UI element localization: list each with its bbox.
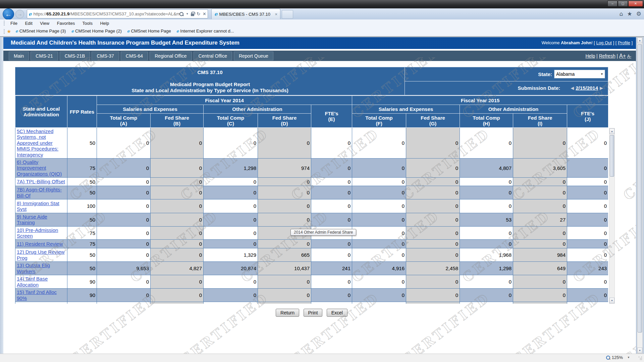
value-cell[interactable]: 0 [311, 186, 352, 199]
value-cell[interactable]: 0 [204, 302, 258, 304]
nav-tab-cms64[interactable]: CMS-64 [121, 52, 148, 60]
scroll-up-icon[interactable]: ▲ [609, 128, 614, 134]
value-cell[interactable]: 0 [311, 248, 352, 262]
zoom-control[interactable]: 125% ▼ [606, 355, 630, 360]
address-bar[interactable]: e https://65.220.21.9/MBESCBES/CMS37/CMS… [27, 9, 208, 18]
value-cell[interactable]: 0 [460, 128, 513, 159]
value-cell[interactable]: 0 [311, 289, 352, 302]
minimize-button[interactable]: – [607, 1, 618, 7]
value-cell[interactable]: 0 [460, 226, 513, 240]
row-link[interactable]: 9) Nurse Aide Training [17, 214, 47, 225]
tab-close-icon[interactable]: × [275, 12, 277, 17]
nav-tab-cms21b[interactable]: CMS-21B [60, 52, 90, 60]
value-cell[interactable]: 0 [567, 178, 608, 186]
value-cell[interactable]: 0 [567, 240, 608, 248]
value-cell[interactable]: 0 [460, 275, 513, 289]
nav-tab-central-office[interactable]: Central Office [194, 52, 232, 60]
value-cell[interactable]: 0 [352, 199, 406, 213]
value-cell[interactable]: 0 [460, 302, 513, 304]
value-cell[interactable]: 1,968 [460, 248, 513, 262]
scroll-down-icon[interactable]: ▼ [609, 298, 614, 303]
value-cell[interactable]: 0 [204, 178, 258, 186]
value-cell[interactable]: 0 [97, 226, 151, 240]
value-cell[interactable]: 0 [97, 158, 151, 177]
state-select[interactable]: Alabama ▼ [554, 70, 605, 78]
value-cell[interactable]: 0 [352, 248, 406, 262]
scroll-down-icon[interactable]: ▼ [637, 348, 642, 353]
value-cell[interactable]: 0 [97, 213, 151, 226]
value-cell[interactable]: 0 [204, 226, 258, 240]
prev-month-icon[interactable]: ◀ [571, 85, 574, 90]
nav-tab-cms37[interactable]: CMS-37 [92, 52, 119, 60]
stop-icon[interactable]: ✕ [203, 11, 206, 16]
value-cell[interactable]: 0 [204, 186, 258, 199]
settings-gear-icon[interactable]: ⚙ [636, 10, 641, 17]
favorite-link[interactable]: eCMSnet Home Page [127, 28, 171, 34]
value-cell[interactable]: 0 [567, 289, 608, 302]
value-cell[interactable]: 0 [567, 248, 608, 262]
help-link[interactable]: Help [585, 53, 595, 59]
value-cell[interactable]: 1,298 [460, 262, 513, 275]
value-cell[interactable]: 0 [352, 289, 406, 302]
value-cell[interactable]: 0 [460, 199, 513, 213]
value-cell[interactable]: 0 [97, 289, 151, 302]
value-cell[interactable]: 0 [567, 186, 608, 199]
value-cell[interactable]: 0 [460, 289, 513, 302]
favorites-star-icon[interactable]: ★ [627, 10, 632, 17]
value-cell[interactable]: 243 [567, 262, 608, 275]
favorite-link[interactable]: eCMSnet Home Page (2) [71, 28, 121, 34]
url-text[interactable]: https://65.220.21.9/MBESCBES/CMS37/CMS37… [34, 11, 180, 16]
menu-file[interactable]: File [7, 19, 20, 27]
value-cell[interactable]: 0 [97, 275, 151, 289]
value-cell[interactable]: 0 [204, 213, 258, 226]
value-cell[interactable]: 0 [97, 186, 151, 199]
value-cell[interactable]: 0 [567, 275, 608, 289]
value-cell[interactable]: 0 [352, 275, 406, 289]
font-decrease-link[interactable]: A- [627, 54, 631, 59]
value-cell[interactable]: 0 [567, 128, 608, 159]
next-month-icon[interactable]: ▶ [600, 85, 603, 90]
excel-button[interactable]: Excel [327, 309, 347, 317]
new-tab-button[interactable] [282, 10, 293, 19]
value-cell[interactable]: 0 [567, 213, 608, 226]
search-dropdown-icon[interactable]: ▼ [186, 12, 189, 15]
value-cell[interactable]: 0 [311, 213, 352, 226]
close-button[interactable]: ✕ [628, 1, 643, 7]
home-icon[interactable]: ⌂ [620, 10, 623, 17]
row-link[interactable]: 5C) Mechanized Systems, not Approved und… [17, 128, 58, 158]
value-cell[interactable]: 9,653 [97, 262, 151, 275]
row-link[interactable]: 8) Immigration Stat Syst [17, 200, 59, 212]
row-link[interactable]: 12) Drug Use Review Prog [17, 249, 65, 260]
value-cell[interactable]: 0 [311, 128, 352, 159]
page-scrollbar[interactable]: ▲ ▼ [637, 37, 643, 354]
menu-tools[interactable]: Tools [79, 19, 96, 27]
value-cell[interactable]: 0 [204, 240, 258, 248]
value-cell[interactable]: 0 [352, 302, 406, 304]
row-link[interactable]: 10) Pre-Admission Screen [17, 227, 58, 239]
logout-link[interactable]: Log Out [596, 40, 612, 45]
value-cell[interactable]: 0 [204, 128, 258, 159]
value-cell[interactable]: 1,329 [204, 248, 258, 262]
value-cell[interactable]: 0 [460, 186, 513, 199]
value-cell[interactable]: 53 [460, 213, 513, 226]
menu-favorites[interactable]: Favorites [54, 19, 78, 27]
return-button[interactable]: Return [276, 309, 299, 317]
value-cell[interactable]: 0 [311, 302, 352, 304]
scrollbar-thumb[interactable] [638, 44, 642, 333]
value-cell[interactable]: 0 [97, 302, 151, 304]
value-cell[interactable]: 0 [97, 240, 151, 248]
value-cell[interactable]: 0 [352, 128, 406, 159]
row-link[interactable]: 11) Resident Review [17, 241, 63, 247]
value-cell[interactable]: 0 [97, 128, 151, 159]
value-cell[interactable]: 0 [460, 178, 513, 186]
nav-tab-main[interactable]: Main [9, 52, 29, 60]
refresh-icon[interactable]: ↻ [197, 11, 200, 16]
value-cell[interactable]: 0 [311, 240, 352, 248]
value-cell[interactable]: 1,298 [204, 158, 258, 177]
submission-date-link[interactable]: 2/15/2014 [576, 85, 598, 91]
value-cell[interactable]: 0 [352, 158, 406, 177]
value-cell[interactable]: 0 [97, 199, 151, 213]
value-cell[interactable]: 0 [97, 248, 151, 262]
row-link[interactable]: 14) Tanf Base Allocation [17, 276, 48, 287]
value-cell[interactable]: 0 [567, 158, 608, 177]
